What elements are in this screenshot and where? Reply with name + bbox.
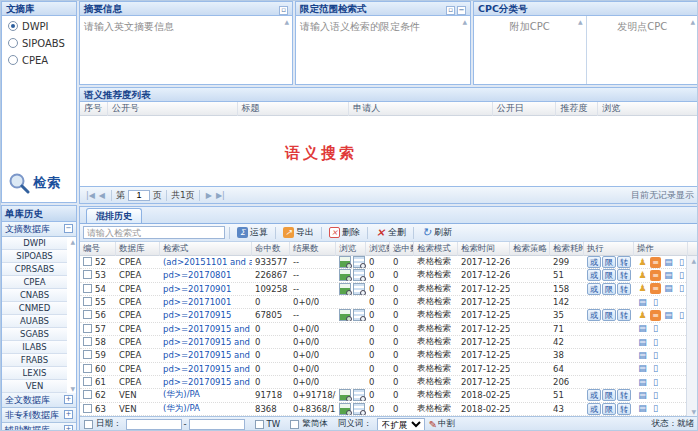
exec-button[interactable]: 限 bbox=[602, 389, 616, 401]
query-input[interactable] bbox=[83, 226, 225, 239]
history-column-header[interactable]: 检索耗时.. bbox=[550, 242, 584, 256]
row-checkbox[interactable] bbox=[83, 284, 92, 293]
delete-icon[interactable]: ▯ bbox=[650, 323, 661, 334]
query-link[interactable]: pd>=20171001 bbox=[163, 297, 231, 307]
note-icon[interactable]: ▤ bbox=[637, 323, 648, 334]
panel-tool-icon[interactable]: ▫ bbox=[279, 6, 288, 15]
table-browse-icon[interactable] bbox=[353, 389, 365, 401]
note-icon[interactable]: ▤ bbox=[663, 270, 674, 281]
graph-browse-icon[interactable] bbox=[339, 403, 351, 415]
query-link[interactable]: pd>=20170915 and phone bbox=[163, 337, 252, 347]
first-page-button[interactable]: |◀ bbox=[86, 191, 95, 200]
sidebar-item-ilabs[interactable]: ILABS bbox=[2, 341, 67, 354]
history-column-header[interactable]: 命中数 bbox=[252, 242, 290, 256]
scroll-up-icon[interactable]: ▲ bbox=[462, 18, 467, 25]
exec-button[interactable]: 或 bbox=[587, 309, 601, 321]
table-browse-icon[interactable] bbox=[353, 309, 365, 321]
row-checkbox[interactable] bbox=[83, 364, 92, 373]
search-button[interactable]: 检索 bbox=[8, 172, 61, 194]
sidebar-item-dwpi[interactable]: DWPI bbox=[2, 237, 67, 250]
sidebar-item-ven[interactable]: VEN bbox=[2, 380, 67, 393]
graph-browse-icon[interactable] bbox=[339, 256, 351, 268]
sidebar-item-cpea[interactable]: CPEA bbox=[2, 276, 67, 289]
sidebar-item-auabs[interactable]: AUABS bbox=[2, 315, 67, 328]
expand-icon[interactable]: + bbox=[64, 425, 73, 431]
query-link[interactable]: (华为)/PA bbox=[163, 389, 200, 399]
synonym-select[interactable]: 不扩展 bbox=[377, 418, 425, 431]
scroll-up-icon[interactable]: ▲ bbox=[691, 257, 696, 264]
exec-button[interactable]: 或 bbox=[587, 403, 601, 415]
next-page-button[interactable]: ▶ bbox=[206, 191, 212, 200]
radio-icon[interactable] bbox=[8, 55, 18, 65]
exec-button[interactable]: 或 bbox=[587, 269, 601, 281]
results-column-header[interactable]: 标题 bbox=[238, 102, 350, 116]
row-checkbox[interactable] bbox=[83, 297, 92, 306]
sidebar-item-cnmed[interactable]: CNMED bbox=[2, 302, 67, 315]
note-icon[interactable]: ▤ bbox=[663, 283, 674, 294]
scroll-down-icon[interactable]: ▼ bbox=[691, 408, 696, 415]
delete-icon[interactable]: ▯ bbox=[676, 270, 686, 281]
collapse-icon[interactable]: − bbox=[64, 224, 73, 233]
report-icon[interactable]: ≡ bbox=[650, 283, 661, 294]
doc-lib-option[interactable]: DWPI bbox=[8, 19, 76, 33]
results-column-header[interactable]: 序号 bbox=[80, 102, 108, 116]
delete-icon[interactable]: ▯ bbox=[650, 350, 661, 361]
row-checkbox[interactable] bbox=[83, 310, 92, 319]
exec-button[interactable]: 或 bbox=[587, 389, 601, 401]
sidebar-group-header[interactable]: 全文数据库+ bbox=[2, 393, 76, 408]
graph-browse-icon[interactable] bbox=[339, 283, 351, 295]
scroll-up-icon[interactable]: ▲ bbox=[578, 18, 583, 25]
statistics-icon[interactable]: ♟ bbox=[637, 283, 648, 294]
exec-button[interactable]: 或 bbox=[587, 283, 601, 295]
history-column-header[interactable]: 操作 bbox=[634, 242, 688, 256]
table-browse-icon[interactable] bbox=[353, 269, 365, 281]
sidebar-item-cnabs[interactable]: CNABS bbox=[2, 289, 67, 302]
tw-checkbox[interactable] bbox=[255, 420, 264, 429]
results-column-header[interactable]: 申请人 bbox=[349, 102, 493, 116]
exec-button[interactable]: 转 bbox=[617, 403, 631, 415]
note-icon[interactable]: ▤ bbox=[637, 350, 648, 361]
statistics-icon[interactable]: ♟ bbox=[637, 270, 648, 281]
limit-input[interactable] bbox=[296, 16, 470, 84]
scroll-up-icon[interactable]: ▲ bbox=[690, 18, 695, 25]
expand-icon[interactable]: + bbox=[64, 395, 73, 404]
delete-icon[interactable]: ▯ bbox=[676, 257, 686, 268]
last-page-button[interactable]: ▶| bbox=[216, 191, 225, 200]
toolbar-button[interactable]: ↻刷新 bbox=[418, 224, 455, 241]
cpc-invention-input[interactable] bbox=[587, 16, 698, 84]
history-column-header[interactable]: 编号 bbox=[80, 242, 116, 256]
expand-icon[interactable]: + bbox=[64, 410, 73, 419]
exec-button[interactable]: 转 bbox=[617, 309, 631, 321]
scrollbar[interactable]: ▲ ▼ bbox=[686, 256, 698, 416]
history-column-header[interactable]: 浏览数 bbox=[366, 242, 390, 256]
note-icon[interactable]: ▤ bbox=[637, 337, 648, 348]
exec-button[interactable]: 转 bbox=[617, 283, 631, 295]
row-checkbox[interactable] bbox=[83, 350, 92, 359]
tab-mixed-history[interactable]: 混排历史 bbox=[86, 208, 142, 223]
radio-icon[interactable] bbox=[8, 38, 18, 48]
row-checkbox[interactable] bbox=[83, 324, 92, 333]
radio-icon[interactable] bbox=[8, 21, 18, 31]
doc-lib-option[interactable]: CPEA bbox=[8, 53, 76, 67]
history-column-header[interactable]: 执行 bbox=[584, 242, 634, 256]
note-icon[interactable]: ▤ bbox=[663, 310, 674, 321]
query-link[interactable]: pd>=20170901 bbox=[163, 284, 231, 294]
row-checkbox[interactable] bbox=[83, 337, 92, 346]
note-icon[interactable]: ▤ bbox=[663, 257, 674, 268]
sidebar-group-header[interactable]: 文摘数据库− bbox=[2, 222, 76, 237]
exec-button[interactable]: 转 bbox=[617, 256, 631, 268]
report-icon[interactable]: ≡ bbox=[650, 310, 661, 321]
sidebar-item-frabs[interactable]: FRABS bbox=[2, 354, 67, 367]
page-number-input[interactable] bbox=[128, 190, 150, 201]
query-link[interactable]: pd>=20170915 bbox=[163, 310, 231, 320]
abstract-input[interactable] bbox=[80, 16, 292, 84]
delete-icon[interactable]: ▯ bbox=[650, 390, 661, 401]
cpc-additional-input[interactable] bbox=[474, 16, 586, 84]
exec-button[interactable]: 限 bbox=[602, 269, 616, 281]
history-column-header[interactable]: 检索策略 bbox=[510, 242, 550, 256]
delete-icon[interactable]: ▯ bbox=[676, 310, 686, 321]
results-column-header[interactable]: 浏览 bbox=[598, 102, 698, 116]
query-link[interactable]: pd>=20170915 and iphone bbox=[163, 324, 252, 334]
report-icon[interactable]: ≡ bbox=[650, 270, 661, 281]
graph-browse-icon[interactable] bbox=[339, 269, 351, 281]
